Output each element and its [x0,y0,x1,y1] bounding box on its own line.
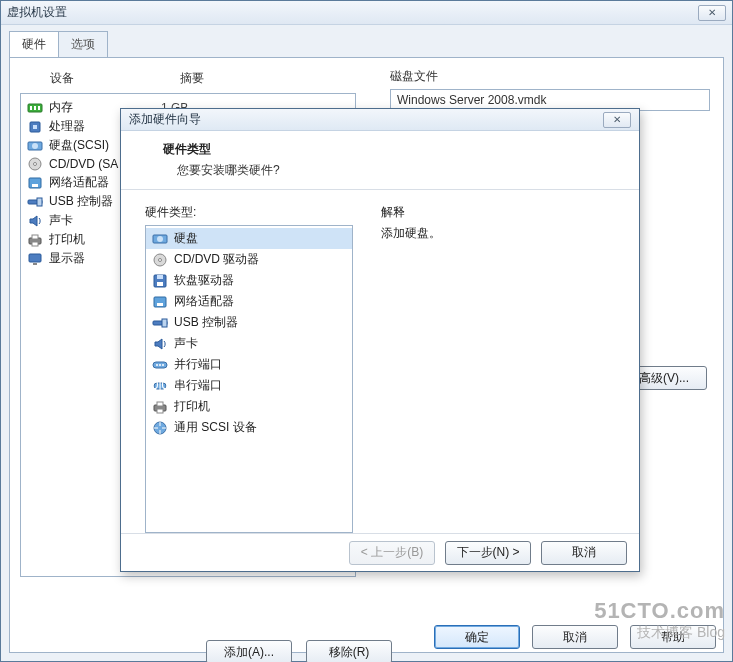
wizard-title: 添加硬件向导 [129,111,201,128]
tab-strip: 硬件 选项 [9,31,724,57]
type-row[interactable]: CD/DVD 驱动器 [146,249,352,270]
type-label: USB 控制器 [174,314,238,331]
floppy-icon [152,273,168,289]
type-label: 硬盘 [174,230,198,247]
disk-file-value: Windows Server 2008.vmdk [397,93,546,107]
scsi-icon [152,420,168,436]
hardware-type-list[interactable]: 硬盘CD/DVD 驱动器软盘驱动器网络适配器USB 控制器声卡并行端口串行端口打… [145,225,353,533]
type-row[interactable]: 硬盘 [146,228,352,249]
type-row[interactable]: 软盘驱动器 [146,270,352,291]
col-summary: 摘要 [180,70,204,87]
window-title: 虚拟机设置 [7,4,67,21]
cd-icon [27,156,43,172]
tab-hardware[interactable]: 硬件 [9,31,59,57]
wizard-subheading: 您要安装哪类硬件? [163,162,597,179]
explain-label: 解释 [381,204,441,221]
type-label: 网络适配器 [174,293,234,310]
type-row[interactable]: USB 控制器 [146,312,352,333]
type-label: 声卡 [174,335,198,352]
type-row[interactable]: 通用 SCSI 设备 [146,417,352,438]
dialog-buttons: 确定 取消 帮助 [434,625,716,649]
type-label: 通用 SCSI 设备 [174,419,257,436]
parallel-icon [152,357,168,373]
usb-icon [152,315,168,331]
type-list-column: 硬件类型: 硬盘CD/DVD 驱动器软盘驱动器网络适配器USB 控制器声卡并行端… [145,204,353,533]
type-row[interactable]: 打印机 [146,396,352,417]
wizard-header: 硬件类型 您要安装哪类硬件? [121,131,639,190]
disk-file-label: 磁盘文件 [390,68,713,85]
sound-icon [152,336,168,352]
nic-icon [152,294,168,310]
type-row[interactable]: 网络适配器 [146,291,352,312]
disk-icon [27,138,43,154]
type-label: 串行端口 [174,377,222,394]
memory-icon [27,100,43,116]
col-device: 设备 [50,70,74,87]
disk-icon [152,231,168,247]
display-icon [27,251,43,267]
back-button: < 上一步(B) [349,541,435,565]
help-button[interactable]: 帮助 [630,625,716,649]
type-row[interactable]: 声卡 [146,333,352,354]
type-label: 软盘驱动器 [174,272,234,289]
add-hardware-wizard: 添加硬件向导 ✕ 硬件类型 您要安装哪类硬件? 硬件类型: 硬盘CD/DVD 驱… [120,108,640,572]
wizard-cancel-button[interactable]: 取消 [541,541,627,565]
add-remove-row: 添加(A)... 移除(R) [206,640,392,662]
next-button[interactable]: 下一步(N) > [445,541,531,565]
type-row[interactable]: 并行端口 [146,354,352,375]
nic-icon [27,175,43,191]
serial-icon [152,378,168,394]
cd-icon [152,252,168,268]
explain-column: 解释 添加硬盘。 [381,204,441,533]
type-label: 并行端口 [174,356,222,373]
wizard-footer: < 上一步(B) 下一步(N) > 取消 [121,533,639,571]
explain-text: 添加硬盘。 [381,225,441,242]
disk-file-group: 磁盘文件 Windows Server 2008.vmdk [390,68,713,111]
wizard-titlebar[interactable]: 添加硬件向导 ✕ [121,109,639,131]
add-button[interactable]: 添加(A)... [206,640,292,662]
remove-button[interactable]: 移除(R) [306,640,392,662]
sound-icon [27,213,43,229]
type-label: CD/DVD 驱动器 [174,251,259,268]
cpu-icon [27,119,43,135]
printer-icon [27,232,43,248]
printer-icon [152,399,168,415]
titlebar[interactable]: 虚拟机设置 ✕ [1,1,732,25]
type-label: 打印机 [174,398,210,415]
wizard-heading: 硬件类型 [163,141,597,158]
type-row[interactable]: 串行端口 [146,375,352,396]
type-list-label: 硬件类型: [145,204,353,221]
ok-button[interactable]: 确定 [434,625,520,649]
close-icon[interactable]: ✕ [698,5,726,21]
close-icon[interactable]: ✕ [603,112,631,128]
usb-icon [27,194,43,210]
cancel-button[interactable]: 取消 [532,625,618,649]
tab-options[interactable]: 选项 [58,31,108,57]
